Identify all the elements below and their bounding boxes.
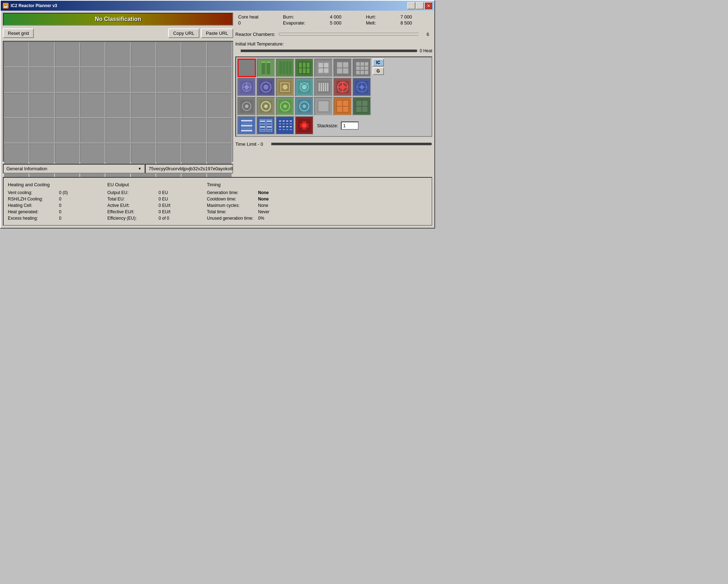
hull-temp-slider[interactable] [235,47,418,54]
grid-cell[interactable] [106,68,130,92]
svg-point-72 [245,105,248,108]
grid-cell[interactable] [80,42,105,67]
grid-cell[interactable] [131,93,156,118]
stacksize-input[interactable]: 1 [341,122,359,130]
grid-cell[interactable] [106,118,130,143]
component-component-disperser[interactable] [257,97,275,116]
effective-eu-row: Effective EU/t: 0 EU/t [107,209,207,214]
component-quad-uranium[interactable] [276,116,294,135]
grid-cell[interactable] [182,93,206,118]
grid-cell[interactable] [156,93,181,118]
grid-cell[interactable] [131,42,156,67]
grid-cell[interactable] [156,118,181,143]
grid-cell[interactable] [4,68,29,92]
svg-rect-56 [325,83,326,91]
component-rsh-condensator[interactable] [295,116,314,135]
grid-cell[interactable] [207,68,232,92]
grid-cell[interactable] [207,93,232,118]
svg-point-78 [283,105,287,108]
title-buttons: – □ ✕ [407,2,432,9]
grid-cell[interactable] [106,93,130,118]
copy-url-button[interactable]: Copy URL [168,28,199,38]
grid-cell[interactable] [106,42,130,67]
component-neutron-reflector[interactable] [314,59,333,77]
svg-rect-53 [318,83,320,91]
grid-cell[interactable] [182,68,206,92]
grid-cell[interactable] [156,68,181,92]
component-dual-fuel-rod[interactable] [276,59,294,77]
maximize-button[interactable]: □ [416,2,424,9]
evaporate-label: Evaporate: [283,20,323,26]
paste-url-button[interactable]: Paste URL [201,28,233,38]
close-button[interactable]: ✕ [424,2,432,9]
grid-cell[interactable] [182,42,206,67]
component-dense-neutron-reflector[interactable] [333,59,352,77]
grid-cell[interactable] [131,68,156,92]
grid-cell[interactable] [207,42,232,67]
general-info-dropdown[interactable]: General Information ▼ [3,164,145,173]
grid-cell[interactable] [4,118,29,143]
cooldown-time-label: Cooldown time: [207,197,257,202]
component-fuel-rod[interactable] [257,59,275,77]
component-dense-neutron-2[interactable] [353,59,371,77]
component-heat-exchanger3[interactable] [276,78,294,96]
svg-rect-33 [365,71,368,74]
component-dual-uranium[interactable] [257,116,275,135]
component-quad-fuel-rod[interactable] [295,59,314,77]
component-empty-selected[interactable] [237,59,256,77]
svg-rect-2 [262,61,265,63]
tab-ic-button[interactable]: IC [373,59,384,66]
component-heat-exchanger2[interactable] [257,78,275,96]
grid-cell[interactable] [55,68,80,92]
grid-cell[interactable] [55,42,80,67]
generation-time-value: None [258,190,279,195]
heat-generated-row: Heat generated: 0 [8,209,107,214]
svg-rect-9 [299,63,302,68]
svg-rect-28 [356,66,360,70]
grid-cell[interactable] [182,118,206,143]
minimize-button[interactable]: – [407,2,415,9]
component-heat-capacity-plating[interactable] [353,97,371,116]
reactor-chambers-slider[interactable] [278,31,424,38]
grid-cell[interactable] [80,68,105,92]
grid-cell[interactable] [30,42,54,67]
grid-cell[interactable] [4,42,29,67]
component-adv-heat-exchanger[interactable] [295,78,314,96]
component-heat-exchanger[interactable] [237,78,256,96]
grid-cell[interactable] [30,118,54,143]
svg-point-75 [264,105,268,108]
grid-cell[interactable] [55,118,80,143]
component-reactor-heat-vent[interactable] [333,78,352,96]
grid-cell[interactable] [80,93,105,118]
svg-rect-120 [279,123,281,124]
grid-cell[interactable] [30,68,54,92]
generation-time-label: Generation time: [207,190,257,195]
svg-rect-110 [260,129,265,130]
component-containment-plating[interactable] [333,97,352,116]
total-time-label: Total time: [207,209,257,214]
time-limit-slider[interactable] [266,140,432,148]
svg-rect-20 [337,62,342,68]
reset-grid-button[interactable]: Reset grid [3,28,34,38]
svg-rect-95 [241,120,252,122]
component-adv-disperser[interactable] [276,97,294,116]
grid-cell[interactable] [55,93,80,118]
eu-output-title: EU Output [107,182,207,187]
info-panel-container: Heating and Cooling Vent cooling: 0 (0) … [3,176,432,226]
grid-cell[interactable] [80,118,105,143]
component-advanced-disperser[interactable] [295,97,314,116]
grid-cell[interactable] [30,93,54,118]
effective-eu-label: Effective EU/t: [107,209,157,214]
grid-cell[interactable] [4,93,29,118]
component-heat-vent[interactable] [314,78,333,96]
component-uranium-fuel-rod[interactable] [237,116,256,135]
grid-cell[interactable] [131,118,156,143]
grid-cell[interactable] [156,42,181,67]
grid-cell[interactable] [207,118,232,143]
svg-rect-25 [356,62,360,66]
tab-g-button[interactable]: G [373,67,384,75]
component-overclocked-vent[interactable] [353,78,371,96]
component-disperser[interactable] [237,97,256,116]
svg-rect-96 [241,122,252,124]
component-reactor-plating[interactable] [314,97,333,116]
